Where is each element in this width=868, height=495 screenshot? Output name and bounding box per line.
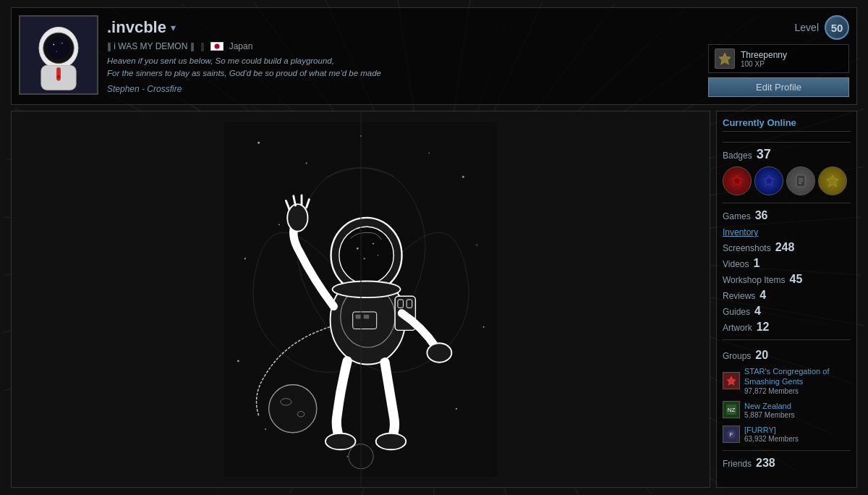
achievement-row: Threepenny 100 XP — [708, 44, 849, 73]
quote-line1: Heaven if you sent us below, So me could… — [107, 55, 699, 67]
workshop-label: Workshop Items — [723, 275, 785, 285]
svg-point-96 — [332, 281, 400, 297]
achievement-xp: 100 XP — [741, 60, 787, 68]
quote-line2: For the sinners to play as saints, God'd… — [107, 67, 699, 80]
badge-item[interactable] — [723, 166, 752, 195]
user-quote: Heaven if you sent us below, So me could… — [107, 55, 699, 80]
videos-row[interactable]: Videos 1 — [723, 255, 851, 271]
svg-point-73 — [476, 244, 477, 245]
guides-count: 4 — [754, 305, 761, 318]
user-country: Japan — [229, 41, 253, 51]
song-attribution: Stephen - Crossfire — [107, 84, 699, 94]
badges-grid — [723, 166, 851, 195]
svg-point-78 — [346, 455, 348, 457]
group-item[interactable]: F [FURRY] 63,932 Members — [723, 422, 851, 446]
groups-header-row: Groups 20 — [723, 347, 851, 363]
games-label: Games — [723, 211, 751, 221]
right-sidebar: Currently Online Badges 37 — [716, 111, 857, 488]
groups-label: Groups — [723, 351, 751, 361]
svg-point-95 — [377, 254, 378, 255]
svg-point-80 — [268, 384, 316, 432]
svg-text:F: F — [730, 432, 733, 437]
profile-info: .invcble ▾ ‖ i WAS MY DEMON ‖ ‖ Japan He… — [107, 15, 699, 97]
svg-point-93 — [373, 242, 374, 244]
games-count: 36 — [755, 209, 768, 222]
group-item[interactable]: NZ New Zealand 5,887 Members — [723, 398, 851, 422]
divider — [723, 450, 851, 451]
videos-label: Videos — [723, 259, 749, 269]
svg-text:NZ: NZ — [728, 407, 736, 413]
svg-point-63 — [56, 75, 61, 81]
level-label: Level — [795, 22, 819, 33]
artwork-row[interactable]: Artwork 12 — [723, 319, 851, 335]
friends-label: Friends — [723, 459, 752, 469]
achievement-info: Threepenny 100 XP — [741, 50, 787, 68]
badges-count: 37 — [757, 147, 771, 162]
svg-point-97 — [287, 204, 307, 232]
user-status: ‖ i WAS MY DEMON ‖ — [107, 41, 195, 51]
profile-right-section: Level 50 Threepenny 100 XP Edit Profile — [708, 15, 849, 97]
svg-point-69 — [428, 152, 430, 153]
group-members: 63,932 Members — [744, 435, 851, 443]
badges-label: Badges — [723, 151, 752, 161]
reviews-count: 4 — [760, 289, 766, 302]
reviews-row[interactable]: Reviews 4 — [723, 287, 851, 303]
group-name: New Zealand — [744, 401, 851, 411]
divider — [723, 142, 851, 143]
group-icon: NZ — [723, 401, 740, 418]
group-info: STAR's Congregation of Smashing Gents 97… — [744, 366, 851, 395]
svg-point-66 — [258, 141, 260, 143]
group-info: New Zealand 5,887 Members — [744, 401, 851, 419]
svg-point-91 — [339, 227, 393, 284]
svg-point-67 — [305, 162, 307, 164]
achievement-icon — [715, 48, 735, 69]
page-wrapper: .invcble ▾ ‖ i WAS MY DEMON ‖ ‖ Japan He… — [0, 0, 868, 495]
guides-row[interactable]: Guides 4 — [723, 303, 851, 319]
divider — [723, 203, 851, 203]
svg-point-70 — [461, 175, 464, 177]
svg-point-58 — [53, 44, 54, 46]
screenshots-row[interactable]: Screenshots 248 — [723, 240, 851, 255]
inventory-row[interactable]: Inventory — [723, 224, 851, 240]
achievement-name: Threepenny — [741, 50, 787, 60]
showcase-inner — [12, 111, 710, 487]
artwork-count: 12 — [757, 321, 770, 334]
svg-marker-116 — [827, 175, 838, 187]
svg-point-59 — [61, 43, 63, 44]
level-badge: Level 50 — [795, 15, 849, 40]
reviews-label: Reviews — [723, 291, 755, 301]
workshop-row[interactable]: Workshop Items 45 — [723, 271, 851, 287]
svg-point-74 — [482, 326, 484, 327]
svg-point-57 — [48, 37, 70, 59]
friends-row[interactable]: Friends 238 — [723, 455, 851, 471]
badges-header: Badges 37 — [723, 147, 851, 162]
friends-count: 238 — [756, 457, 775, 470]
svg-rect-107 — [363, 314, 369, 318]
svg-point-104 — [375, 433, 405, 449]
group-item[interactable]: STAR's Congregation of Smashing Gents 97… — [723, 363, 851, 398]
svg-point-76 — [265, 428, 266, 430]
games-row[interactable]: Games 36 — [723, 208, 851, 224]
workshop-count: 45 — [789, 273, 802, 286]
dropdown-icon[interactable]: ▾ — [171, 22, 176, 33]
svg-marker-117 — [727, 376, 736, 385]
screenshots-label: Screenshots — [723, 243, 771, 253]
inventory-label: Inventory — [723, 227, 758, 237]
avatar-image — [20, 17, 97, 93]
videos-count: 1 — [753, 257, 760, 270]
svg-point-94 — [363, 258, 365, 259]
profile-header: .invcble ▾ ‖ i WAS MY DEMON ‖ ‖ Japan He… — [11, 7, 857, 105]
edit-profile-button[interactable]: Edit Profile — [708, 77, 849, 97]
badge-item[interactable] — [818, 166, 847, 195]
svg-point-77 — [455, 407, 456, 409]
groups-count: 20 — [755, 349, 768, 362]
svg-point-71 — [278, 224, 279, 225]
badges-section: Badges 37 — [723, 147, 851, 195]
svg-point-75 — [237, 360, 239, 362]
guides-label: Guides — [723, 307, 750, 317]
group-info: [FURRY] 63,932 Members — [744, 425, 851, 443]
level-value: 50 — [825, 15, 849, 40]
badge-item[interactable] — [754, 166, 783, 195]
svg-marker-64 — [719, 53, 731, 64]
badge-item[interactable] — [786, 166, 815, 195]
